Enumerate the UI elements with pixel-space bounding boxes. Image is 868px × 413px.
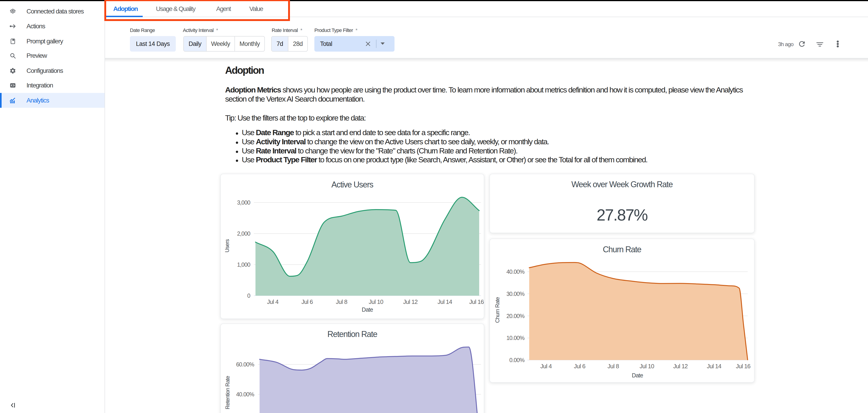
svg-text:Jul 10: Jul 10 [369, 298, 383, 305]
svg-text:40.00%: 40.00% [236, 391, 254, 398]
svg-text:10.00%: 10.00% [506, 335, 525, 341]
svg-text:Jul 4: Jul 4 [267, 298, 278, 305]
svg-text:Date: Date [362, 307, 373, 313]
svg-text:Jul 8: Jul 8 [608, 363, 619, 370]
svg-text:0: 0 [247, 292, 250, 299]
svg-text:20.00%: 20.00% [506, 313, 525, 319]
svg-text:40.00%: 40.00% [506, 268, 525, 275]
svg-text:Churn Rate: Churn Rate [494, 297, 500, 323]
svg-text:Retention Rate: Retention Rate [224, 376, 230, 409]
svg-text:2,000: 2,000 [237, 230, 250, 237]
svg-text:Jul 16: Jul 16 [469, 298, 484, 305]
svg-text:Jul 14: Jul 14 [707, 363, 721, 370]
svg-text:Date: Date [632, 372, 643, 379]
svg-text:3,000: 3,000 [237, 199, 250, 206]
svg-text:1,000: 1,000 [237, 261, 250, 268]
svg-text:Jul 10: Jul 10 [640, 363, 654, 370]
svg-text:Jul 6: Jul 6 [574, 363, 585, 370]
svg-text:Jul 12: Jul 12 [673, 363, 688, 370]
svg-text:60.00%: 60.00% [236, 361, 254, 368]
svg-text:Jul 8: Jul 8 [336, 298, 347, 305]
svg-text:Jul 4: Jul 4 [540, 363, 552, 370]
svg-text:0.00%: 0.00% [509, 357, 525, 363]
svg-text:Jul 16: Jul 16 [736, 363, 750, 370]
svg-text:Users: Users [224, 239, 230, 253]
svg-text:Jul 14: Jul 14 [438, 298, 452, 305]
svg-text:Jul 12: Jul 12 [403, 298, 418, 305]
svg-text:30.00%: 30.00% [506, 291, 525, 297]
svg-text:Jul 6: Jul 6 [301, 298, 313, 305]
